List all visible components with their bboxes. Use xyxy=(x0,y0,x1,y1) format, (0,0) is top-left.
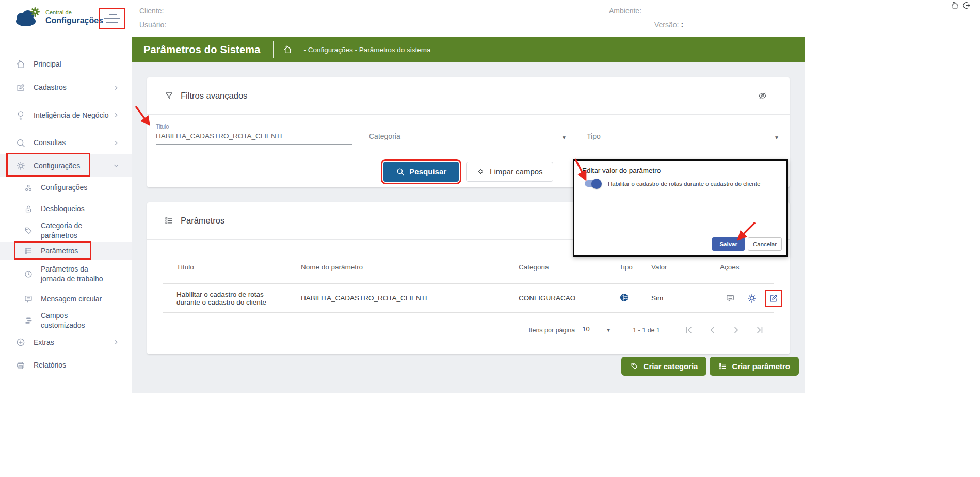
titulo-field-label: Titulo xyxy=(156,123,352,131)
sidebar-item-extras[interactable]: Extras xyxy=(0,331,132,354)
gear-icon[interactable] xyxy=(747,293,757,304)
col-valor: Valor xyxy=(651,263,720,271)
globe-icon xyxy=(619,293,629,303)
ambiente-label: Ambiente: xyxy=(609,7,641,15)
toggle-label: Habilitar o cadastro de rotas durante o … xyxy=(608,181,760,187)
footer-actions: Criar categoria Criar parâmetro xyxy=(147,357,799,376)
sidebar-subitem-parametros-jornada[interactable]: Parâmetros da jornada de trabalho xyxy=(0,260,132,288)
sidebar-subitem-configuracoes[interactable]: Configurações xyxy=(0,177,132,198)
logout-icon[interactable] xyxy=(962,1,971,10)
salvar-button[interactable]: Salvar xyxy=(712,237,745,251)
cell-valor: Sim xyxy=(651,294,720,302)
titulo-input[interactable] xyxy=(156,131,352,145)
col-titulo: Título xyxy=(163,263,301,271)
sidebar-item-label: Campos customizados xyxy=(41,311,109,330)
logo-line2: Configurações xyxy=(45,16,103,25)
list-icon xyxy=(718,362,727,371)
comment-icon[interactable] xyxy=(725,293,735,304)
sidebar-item-inteligencia[interactable]: Inteligência de Negócio xyxy=(0,99,132,131)
sidebar-item-label: Relatórios xyxy=(34,360,66,370)
sidebar-subitem-desbloqueios[interactable]: Desbloqueios xyxy=(0,198,132,219)
dropdown-caret-icon: ▼ xyxy=(606,327,611,333)
pesquisar-button[interactable]: Pesquisar xyxy=(383,162,459,182)
categoria-field: Categoria ▼ xyxy=(369,123,568,145)
titulo-field: Titulo xyxy=(156,123,352,145)
printer-icon xyxy=(15,360,26,371)
limpar-campos-button[interactable]: Limpar campos xyxy=(466,162,553,182)
edit-icon[interactable] xyxy=(768,293,779,304)
header-quick-icons xyxy=(951,1,971,10)
menu-hamburger-icon[interactable] xyxy=(103,12,121,25)
table-row: Habilitar o cadastro de rotas durante o … xyxy=(163,283,774,313)
home-icon[interactable] xyxy=(951,1,959,10)
pagination-nav xyxy=(684,325,765,335)
sidebar-item-cadastros[interactable]: Cadastros xyxy=(0,76,132,99)
lightbulb-icon xyxy=(15,110,26,120)
sidebar-item-label: Parâmetros da jornada de trabalho xyxy=(41,264,109,284)
sidebar-subitem-parametros[interactable]: Parâmetros xyxy=(0,242,132,260)
sidebar-item-relatorios[interactable]: Relatórios xyxy=(0,354,132,377)
home-icon[interactable] xyxy=(283,45,293,55)
hub-icon xyxy=(24,183,33,193)
eraser-icon xyxy=(476,167,485,176)
sidebar-subitem-mensagem-circular[interactable]: Mensagem circular xyxy=(0,288,132,310)
criar-categoria-button[interactable]: Criar categoria xyxy=(621,357,707,376)
sidebar-item-label: Inteligência de Negócio xyxy=(34,110,109,120)
search-icon xyxy=(15,138,26,148)
unlock-icon xyxy=(24,204,33,214)
dropdown-caret-icon: ▼ xyxy=(774,135,779,140)
search-icon xyxy=(396,167,405,176)
chevron-right-icon xyxy=(113,139,120,147)
logo-line1: Central de xyxy=(45,9,103,16)
versao-value: : xyxy=(681,21,683,29)
sidebar-item-label: Desbloqueios xyxy=(41,204,85,214)
sidebar-item-label: Consultas xyxy=(34,138,66,148)
parametros-card-title: Parâmetros xyxy=(181,216,224,226)
sidebar-item-label: Mensagem circular xyxy=(41,294,102,304)
sidebar-subitem-categoria-parametros[interactable]: Categoria de parâmetros xyxy=(0,219,132,242)
chevron-down-icon xyxy=(113,162,120,169)
sidebar-item-configuracoes[interactable]: Configurações xyxy=(0,154,132,177)
criar-parametro-button[interactable]: Criar parâmetro xyxy=(710,357,799,376)
parameter-toggle[interactable] xyxy=(585,180,600,187)
editar-valor-dialog: Editar valor do parâmetro Habilitar o ca… xyxy=(573,159,788,257)
tag-icon xyxy=(24,226,33,235)
sidebar-item-label: Configurações xyxy=(34,161,80,171)
pagination: Itens por página 10 ▼ 1 - 1 de 1 xyxy=(147,313,790,335)
eye-slash-icon[interactable] xyxy=(758,91,767,101)
col-categoria: Categoria xyxy=(519,263,619,271)
message-icon xyxy=(24,294,33,304)
sidebar-item-label: Cadastros xyxy=(34,83,67,92)
cloud-gear-logo-icon xyxy=(13,7,41,27)
sidebar-item-label: Extras xyxy=(34,338,54,347)
dialog-title: Editar valor do parâmetro xyxy=(582,167,786,174)
tag-icon xyxy=(630,362,639,371)
items-per-page-label: Itens por página xyxy=(529,327,575,334)
sidebar-item-consultas[interactable]: Consultas xyxy=(0,131,132,154)
cell-titulo: Habilitar o cadastro de rotas durante o … xyxy=(163,291,301,306)
tipo-select[interactable]: Tipo ▼ xyxy=(587,131,780,145)
sidebar-item-label: Parâmetros xyxy=(41,246,78,256)
gear-icon xyxy=(15,161,26,171)
sidebar-subitem-campos-customizados[interactable]: Campos customizados xyxy=(0,310,132,331)
categoria-select[interactable]: Categoria ▼ xyxy=(369,131,568,145)
items-per-page-select[interactable]: 10 ▼ xyxy=(582,325,611,335)
last-page-icon[interactable] xyxy=(755,325,765,335)
dropdown-caret-icon: ▼ xyxy=(561,135,567,140)
filter-funnel-icon xyxy=(164,91,174,101)
sidebar-item-principal[interactable]: Principal xyxy=(0,53,132,76)
cell-categoria: CONFIGURACAO xyxy=(519,294,619,302)
cancelar-button[interactable]: Cancelar xyxy=(748,237,782,251)
page-title: Parâmetros do Sistema xyxy=(143,44,261,56)
next-page-icon[interactable] xyxy=(731,325,741,335)
sidebar-item-label: Principal xyxy=(34,59,61,69)
home-icon xyxy=(15,59,26,70)
col-acoes: Ações xyxy=(720,263,774,271)
breadcrumb: - Configurações - Parâmetros do sistema xyxy=(304,46,431,54)
tipo-field: Tipo ▼ xyxy=(587,123,780,145)
top-header: Central de Configurações Cliente: Usuári… xyxy=(0,0,980,37)
col-nome: Nome do parâmetro xyxy=(301,263,519,271)
cliente-label: Cliente: xyxy=(139,7,164,15)
prev-page-icon[interactable] xyxy=(708,325,717,335)
first-page-icon[interactable] xyxy=(684,325,694,335)
